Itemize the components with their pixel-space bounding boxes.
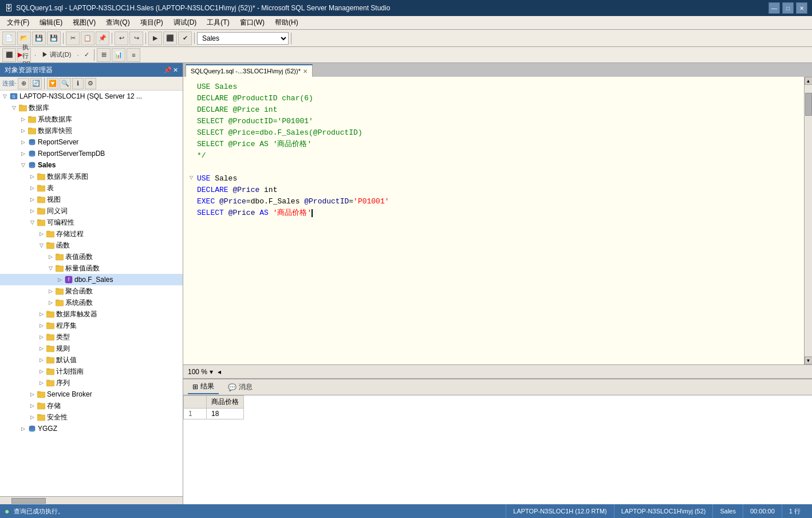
tree-expand-27[interactable]: ▷: [27, 401, 37, 410]
save-all-btn[interactable]: 💾: [47, 32, 61, 45]
tree-expand-24[interactable]: ▷: [37, 367, 46, 376]
menu-tools[interactable]: 工具(T): [202, 17, 234, 29]
tree-item-23[interactable]: ▷默认值: [0, 354, 183, 366]
tree-item-3[interactable]: ▷数据库快照: [0, 125, 183, 136]
format-btn[interactable]: ≡: [127, 48, 140, 62]
tree-expand-9[interactable]: ▷: [27, 195, 37, 204]
zoom-dropdown-icon[interactable]: ▾: [210, 368, 213, 376]
tree-expand-25[interactable]: ▷: [37, 378, 46, 387]
tree-item-28[interactable]: ▷安全性: [0, 411, 183, 423]
oe-search-btn[interactable]: 🔍: [60, 78, 71, 89]
tree-item-13[interactable]: ▽函数: [0, 240, 183, 251]
tree-item-0[interactable]: ▽SLAPTOP-N3SLOC1H (SQL Server 12 ...: [0, 91, 183, 102]
results-tab-messages[interactable]: 💬 消息: [223, 380, 257, 394]
tree-item-18[interactable]: ▷系统函数: [0, 297, 183, 308]
oe-filter-btn[interactable]: 🔽: [47, 78, 58, 89]
tree-expand-26[interactable]: ▷: [27, 390, 37, 399]
tree-expand-13[interactable]: ▽: [37, 241, 46, 250]
database-selector[interactable]: Sales: [197, 32, 289, 45]
tree-item-16[interactable]: ▷fdbo.F_Sales: [0, 274, 183, 285]
scroll-thumb[interactable]: [805, 93, 812, 116]
tree-expand-29[interactable]: ▷: [18, 424, 27, 433]
tree-item-14[interactable]: ▷表值函数: [0, 251, 183, 262]
tree-item-10[interactable]: ▷同义词: [0, 205, 183, 217]
tree-item-27[interactable]: ▷存储: [0, 400, 183, 411]
step-btn[interactable]: ⬛: [2, 48, 16, 62]
tree-expand-28[interactable]: ▷: [27, 413, 37, 422]
table-btn[interactable]: ⊞: [97, 48, 111, 62]
oe-info-btn[interactable]: ℹ: [72, 78, 84, 89]
tree-item-9[interactable]: ▷视图: [0, 194, 183, 205]
check-label[interactable]: ✓: [84, 51, 89, 58]
stop-btn[interactable]: ⬛: [163, 32, 177, 45]
menu-window[interactable]: 窗口(W): [235, 17, 269, 29]
scroll-up-arrow[interactable]: ▲: [805, 77, 813, 85]
tree-expand-21[interactable]: ▷: [37, 332, 46, 342]
tree-expand-3[interactable]: ▷: [18, 126, 27, 135]
undo-btn[interactable]: ↩: [115, 32, 128, 45]
cut-btn[interactable]: ✂: [66, 32, 80, 45]
chart-btn[interactable]: 📊: [112, 48, 125, 62]
tree-item-7[interactable]: ▷数据库关系图: [0, 171, 183, 182]
tree-item-17[interactable]: ▷聚合函数: [0, 285, 183, 297]
tree-expand-6[interactable]: ▽: [18, 160, 27, 170]
tree-expand-12[interactable]: ▷: [37, 229, 46, 238]
zoom-scroll-left[interactable]: ◂: [218, 368, 221, 376]
oe-pin[interactable]: 📌: [164, 66, 172, 74]
menu-help[interactable]: 帮助(H): [270, 17, 303, 29]
tree-item-1[interactable]: ▽数据库: [0, 102, 183, 113]
tree-item-11[interactable]: ▽可编程性: [0, 217, 183, 228]
tree-item-20[interactable]: ▷程序集: [0, 320, 183, 331]
tree-expand-4[interactable]: ▷: [18, 138, 27, 147]
tree-expand-22[interactable]: ▷: [37, 344, 46, 353]
minimize-button[interactable]: —: [768, 2, 780, 14]
oe-close[interactable]: ✕: [173, 66, 178, 74]
tree-expand-20[interactable]: ▷: [37, 321, 46, 330]
tree-expand-11[interactable]: ▽: [27, 218, 37, 227]
menu-query[interactable]: 查询(Q): [101, 17, 134, 29]
oe-connect-btn[interactable]: 连接·: [2, 79, 17, 88]
tree-item-24[interactable]: ▷计划指南: [0, 366, 183, 377]
editor-area[interactable]: USE SalesDECLARE @ProductID char(6)DECLA…: [183, 77, 804, 364]
save-btn[interactable]: 💾: [32, 32, 46, 45]
results-tab-results[interactable]: ⊞ 结果: [188, 380, 219, 394]
tree-expand-15[interactable]: ▽: [46, 264, 55, 273]
oe-scrollbar[interactable]: [0, 496, 183, 504]
editor-vscrollbar[interactable]: ▲ ▼: [804, 77, 812, 364]
tree-expand-8[interactable]: ▷: [27, 183, 37, 193]
paste-btn[interactable]: 📌: [96, 32, 109, 45]
tree-item-26[interactable]: ▷Service Broker: [0, 388, 183, 400]
tree-item-12[interactable]: ▷存储过程: [0, 228, 183, 240]
scroll-down-arrow[interactable]: ▼: [805, 356, 813, 364]
run-btn[interactable]: ▶: [148, 32, 162, 45]
tree-item-6[interactable]: ▽Sales: [0, 159, 183, 171]
tree-item-8[interactable]: ▷表: [0, 182, 183, 194]
tree-expand-5[interactable]: ▷: [18, 149, 27, 158]
tree-expand-7[interactable]: ▷: [27, 172, 37, 181]
redo-btn[interactable]: ↪: [129, 32, 143, 45]
execute-label-btn[interactable]: ▶ 执行(X): [17, 48, 31, 62]
maximize-button[interactable]: □: [782, 2, 794, 14]
debug-label[interactable]: ▶ 调试(D): [42, 50, 71, 59]
tree-expand-23[interactable]: ▷: [37, 355, 46, 364]
tree-item-4[interactable]: ▷ReportServer: [0, 136, 183, 148]
menu-edit[interactable]: 编辑(E): [35, 17, 67, 29]
menu-debug[interactable]: 调试(D): [169, 17, 202, 29]
tree-item-25[interactable]: ▷序列: [0, 377, 183, 388]
editor-tab[interactable]: SQLQuery1.sql -...3SLOC1H\myj (52))* ✕: [186, 64, 313, 77]
tree-expand-2[interactable]: ▷: [18, 115, 27, 124]
tree-expand-17[interactable]: ▷: [46, 287, 55, 296]
close-button[interactable]: ✕: [796, 2, 807, 14]
tree-item-22[interactable]: ▷规则: [0, 343, 183, 354]
tree-expand-14[interactable]: ▷: [46, 252, 55, 261]
copy-btn[interactable]: 📋: [81, 32, 94, 45]
tree-item-15[interactable]: ▽标量值函数: [0, 262, 183, 274]
tree-expand-19[interactable]: ▷: [37, 309, 46, 319]
tree-expand-0[interactable]: ▽: [0, 92, 9, 101]
oe-settings-btn[interactable]: ⚙: [85, 78, 96, 89]
tree-expand-1[interactable]: ▽: [9, 103, 18, 112]
new-query-btn[interactable]: 📄: [2, 32, 16, 45]
parse-btn[interactable]: ✔: [178, 32, 192, 45]
tree-expand-10[interactable]: ▷: [27, 206, 37, 215]
tree-item-29[interactable]: ▷YGGZ: [0, 423, 183, 434]
